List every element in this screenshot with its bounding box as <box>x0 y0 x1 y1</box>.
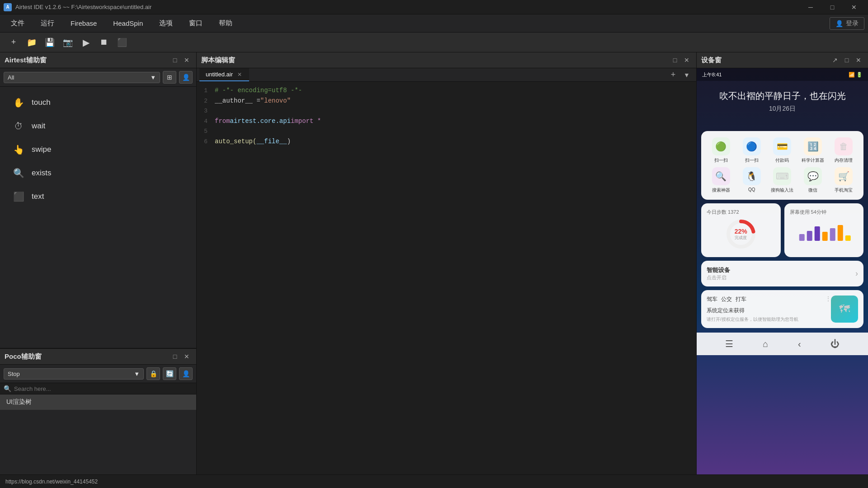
app-icon-scan1[interactable]: 🟢 扫一扫 <box>708 137 735 164</box>
phone-hero-text: 吹不出褶的平静日子，也在闪光 <box>701 90 863 102</box>
map-tab-taxi[interactable]: 打车 <box>736 296 746 303</box>
run-button[interactable]: ▶ <box>78 35 94 50</box>
app-icon-sogou[interactable]: ⌨ 搜狗输入法 <box>769 167 796 193</box>
tab-add-button[interactable]: + <box>666 69 680 81</box>
airtest-close-button[interactable]: ✕ <box>182 55 192 65</box>
airtest-toolbar: All ▼ ⊞ 👤 <box>0 68 196 87</box>
menu-item-run[interactable]: 运行 <box>33 17 61 29</box>
code-line-2: 2 __author__ = "lenovo" <box>197 96 696 106</box>
steps-widget: 今日步数 1372 22% 完成度 <box>701 203 781 257</box>
tab-untitled-label: untitled.air <box>206 71 233 78</box>
steps-label: 完成度 <box>735 235 747 241</box>
airtest-panel-controls: □ ✕ <box>170 55 192 65</box>
maximize-button[interactable]: □ <box>822 0 843 14</box>
snippet-wait-label: wait <box>32 122 45 131</box>
device-expand-button[interactable]: ↗ <box>830 55 840 65</box>
app-icon-wechat[interactable]: 💬 微信 <box>799 167 826 193</box>
snippet-exists[interactable]: 🔍 exists <box>3 162 193 184</box>
code-editor[interactable]: 1 # -*- encoding=utf8 -*- 2 __author__ =… <box>197 82 696 474</box>
line-number-2: 2 <box>197 96 215 106</box>
code-file-var: __file__ <box>256 136 287 146</box>
snippet-text[interactable]: ⬛ text <box>3 185 193 208</box>
poco-mode-select[interactable]: Stop ▼ <box>4 368 144 380</box>
poco-panel-header: Poco辅助窗 □ ✕ <box>0 349 196 365</box>
snippet-wait[interactable]: ⏱ wait <box>3 115 193 137</box>
app-icon-search[interactable]: 🔍 搜索神器 <box>708 167 735 193</box>
snippet-touch[interactable]: ✋ touch <box>3 91 193 114</box>
phone-menu-icon[interactable]: ☰ <box>725 338 733 349</box>
app-icon-qq[interactable]: 🐧 QQ <box>738 167 765 193</box>
phone-home-icon[interactable]: ⌂ <box>763 339 768 349</box>
smart-device-card[interactable]: 智能设备 点击开启 › <box>701 261 863 286</box>
poco-restore-button[interactable]: □ <box>170 352 180 361</box>
map-tabs: 驾车 公交 打车 ⋮ <box>707 296 831 303</box>
filter-select-label: All <box>8 74 14 81</box>
phone-time: 上午8:41 <box>702 71 722 78</box>
editor-close-button[interactable]: ✕ <box>682 55 692 65</box>
app-icon-memory[interactable]: 🗑 内存清理 <box>830 137 857 164</box>
editor-restore-button[interactable]: □ <box>670 55 680 65</box>
chevron-right-icon: › <box>855 269 858 278</box>
map-more-icon[interactable]: ⋮ <box>826 296 831 303</box>
screenshot-button[interactable]: 📷 <box>60 35 76 50</box>
menu-item-file[interactable]: 文件 <box>4 17 32 29</box>
app-grid-card: 🟢 扫一扫 🔵 扫一扫 💳 付款码 <box>701 131 863 200</box>
tab-untitled[interactable]: untitled.air ✕ <box>199 68 249 81</box>
donut-chart: 22% 完成度 <box>707 218 775 250</box>
menu-item-firebase[interactable]: Firebase <box>63 18 104 29</box>
poco-close-button[interactable]: ✕ <box>182 352 192 361</box>
menu-item-headspin[interactable]: HeadSpin <box>106 18 150 29</box>
poco-record-button[interactable]: 👤 <box>179 367 193 380</box>
code-module: airtest.core.api <box>230 116 291 126</box>
search-app-label: 搜索神器 <box>712 187 730 193</box>
snippet-swipe[interactable]: 👆 swipe <box>3 138 193 161</box>
app-icon-scan2[interactable]: 🔵 扫一扫 <box>738 137 765 164</box>
map-tab-drive[interactable]: 驾车 <box>707 296 717 303</box>
menu-item-options[interactable]: 选项 <box>152 17 180 29</box>
poco-refresh-button[interactable]: 🔄 <box>163 367 176 380</box>
airtest-panel-header: Airtest辅助窗 □ ✕ <box>0 52 196 68</box>
menu-item-help[interactable]: 帮助 <box>212 17 240 29</box>
scan2-label: 扫一扫 <box>745 157 759 164</box>
app-icon-taobao[interactable]: 🛒 手机淘宝 <box>830 167 857 193</box>
qq-label: QQ <box>748 187 755 192</box>
device-close-button[interactable]: ✕ <box>854 55 863 65</box>
device-restore-button[interactable]: □ <box>842 55 852 65</box>
code-line-6: 6 auto_setup( __file__ ) <box>197 136 696 147</box>
status-bar: https://blog.csdn.net/weixin_44145452 <box>0 474 868 488</box>
device-panel: 设备窗 ↗ □ ✕ 上午8:41 📶 🔋 吹不出褶的平静日子，也在闪光 10月2… <box>696 52 868 474</box>
title-bar-text: Airtest IDE v1.2.6 ~~ F:\Airtestworkspac… <box>15 4 151 10</box>
code-line-3: 3 <box>197 106 696 116</box>
left-panels: Airtest辅助窗 □ ✕ All ▼ ⊞ 👤 ✋ touch <box>0 52 197 474</box>
app-icon-pay[interactable]: 💳 付款码 <box>769 137 796 164</box>
filter-select[interactable]: All ▼ <box>4 72 160 83</box>
app-icon: A <box>4 3 12 11</box>
extra-button[interactable]: ⬛ <box>114 35 130 50</box>
ui-tree-item[interactable]: UI渲染树 <box>0 394 196 410</box>
login-button[interactable]: 👤 登录 <box>830 17 864 30</box>
open-button[interactable]: 📁 <box>24 35 40 50</box>
save-button[interactable]: 💾 <box>42 35 58 50</box>
phone-power-icon[interactable]: ⏻ <box>830 339 840 349</box>
capture-button[interactable]: ⊞ <box>163 71 176 84</box>
code-author-val: "lenovo" <box>260 96 291 106</box>
tab-dropdown-button[interactable]: ▼ <box>680 69 693 81</box>
tab-close-icon[interactable]: ✕ <box>236 71 243 78</box>
menu-item-window[interactable]: 窗口 <box>182 17 210 29</box>
new-button[interactable]: + <box>5 35 22 50</box>
close-button[interactable]: ✕ <box>844 0 864 14</box>
app-icon-calc[interactable]: 🔢 科学计算器 <box>799 137 826 164</box>
device-header: 设备窗 ↗ □ ✕ <box>697 52 868 68</box>
smart-device-sub: 点击开启 <box>707 274 730 281</box>
map-tab-bus[interactable]: 公交 <box>721 296 732 303</box>
minimize-button[interactable]: ─ <box>800 0 821 14</box>
sogou-icon: ⌨ <box>773 167 791 185</box>
phone-back-icon[interactable]: ‹ <box>798 339 801 349</box>
wait-icon: ⏱ <box>12 119 25 133</box>
poco-lock-button[interactable]: 🔒 <box>146 367 160 380</box>
search-input[interactable] <box>14 385 193 392</box>
stop-button[interactable]: ⏹ <box>96 35 112 50</box>
editor-area: 脚本编辑窗 □ ✕ untitled.air ✕ + ▼ 1 # -*- enc… <box>197 52 696 474</box>
airtest-restore-button[interactable]: □ <box>170 55 180 65</box>
record-button[interactable]: 👤 <box>179 71 193 84</box>
